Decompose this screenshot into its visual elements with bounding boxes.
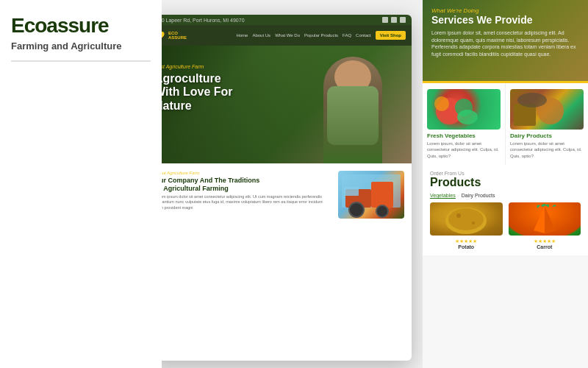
svg-point-11 bbox=[457, 110, 478, 124]
dairy-svg bbox=[510, 89, 569, 130]
tractor-shape bbox=[338, 171, 404, 219]
brand-subtitle: Farming and Agriculture bbox=[11, 40, 151, 52]
tab-vegetables[interactable]: Vegetables bbox=[430, 193, 456, 199]
svg-point-10 bbox=[434, 96, 449, 111]
hero-small-label: Best Agriculture Farm bbox=[154, 64, 272, 69]
nav-faq[interactable]: FAQ bbox=[343, 33, 351, 38]
social-icons bbox=[382, 17, 406, 23]
products-title: Products bbox=[430, 176, 581, 189]
hero-title: Agroculture With Love For Nature bbox=[154, 72, 272, 113]
veg-card-name: Fresh Vegetables bbox=[427, 132, 501, 139]
dairy-card-desc: Lorem ipsum, dolor sit amet consectetur … bbox=[510, 141, 584, 159]
product-cards-row: Fresh Vegetables Lorem ipsum, dolor sit … bbox=[423, 81, 588, 165]
tab-dairy[interactable]: Dairy Products bbox=[462, 193, 495, 199]
about-small-label: About Agriculture Farm bbox=[154, 171, 332, 175]
svg-point-18 bbox=[472, 222, 475, 224]
products-label: Order From Us bbox=[430, 171, 581, 176]
logo-text: ECO ASSURE bbox=[168, 31, 187, 40]
twitter-icon bbox=[391, 17, 397, 23]
website-mockup: 9900 Lapeer Rd, Port Hurons, MI 49070 EC… bbox=[147, 15, 412, 361]
dairy-image bbox=[510, 89, 584, 130]
svg-point-17 bbox=[456, 213, 461, 218]
svg-point-5 bbox=[349, 202, 364, 217]
vegetables-image bbox=[427, 89, 501, 130]
about-body: Lorem ipsum dolor sit amet consectetur a… bbox=[154, 194, 332, 211]
nav-about[interactable]: About Us bbox=[252, 33, 270, 38]
nav-what[interactable]: What We Do bbox=[275, 33, 300, 38]
tractor-svg bbox=[338, 171, 404, 219]
nav-links: Home About Us What We Do Popular Product… bbox=[236, 31, 406, 40]
carrot-name: Carrot bbox=[509, 244, 581, 250]
products-section: Order From Us Products Vegetables Dairy … bbox=[423, 165, 588, 255]
hero-content: Best Agriculture Farm Agroculture With L… bbox=[154, 64, 272, 113]
products-grid: ★★★★★ Potato ★★★★★ Carrot bbox=[430, 202, 581, 250]
about-title: Our Company And The Traditions Of Agricu… bbox=[154, 177, 332, 193]
carrot-image bbox=[509, 202, 581, 236]
products-tabs: Vegetables Dairy Products bbox=[430, 193, 581, 199]
product-item-carrot: ★★★★★ Carrot bbox=[509, 202, 581, 250]
about-text: About Agriculture Farm Our Company And T… bbox=[154, 171, 332, 219]
hero-section: Best Agriculture Farm Agroculture With L… bbox=[147, 46, 412, 163]
services-section: What We're Doing Services We Provide Lor… bbox=[423, 0, 588, 81]
brand-title: Ecoassure bbox=[11, 15, 151, 38]
mockup-topbar: 9900 Lapeer Rd, Port Hurons, MI 49070 bbox=[147, 15, 412, 25]
services-body: Lorem ipsum dolor sit, amet consectetur … bbox=[431, 29, 578, 58]
product-item-potato: ★★★★★ Potato bbox=[430, 202, 503, 250]
right-panel: What We're Doing Services We Provide Lor… bbox=[423, 0, 588, 368]
potato-image bbox=[430, 202, 503, 236]
product-card-dairy: Dairy Products Lorem ipsum, dolor sit am… bbox=[506, 83, 588, 165]
svg-point-6 bbox=[376, 205, 388, 217]
instagram-icon bbox=[400, 17, 406, 23]
dairy-card-name: Dairy Products bbox=[510, 132, 584, 139]
svg-rect-4 bbox=[371, 182, 393, 208]
nav-contact[interactable]: Contact bbox=[356, 33, 371, 38]
product-card-vegetables: Fresh Vegetables Lorem ipsum, dolor sit … bbox=[423, 83, 506, 165]
vegetables-svg bbox=[427, 89, 486, 130]
potato-stars: ★★★★★ bbox=[430, 238, 503, 244]
about-section: About Agriculture Farm Our Company And T… bbox=[147, 163, 412, 226]
address-text: 9900 Lapeer Rd, Port Hurons, MI 49070 bbox=[153, 18, 245, 23]
services-title: Services We Provide bbox=[431, 14, 579, 26]
veg-card-desc: Lorem ipsum, dolor sit amet consectetur … bbox=[427, 141, 501, 159]
mockup-navbar: ECO ASSURE Home About Us What We Do Popu… bbox=[147, 25, 412, 46]
about-tractor-image bbox=[338, 171, 404, 219]
nav-products[interactable]: Popular Products bbox=[304, 33, 338, 38]
facebook-icon bbox=[382, 17, 388, 23]
svg-rect-7 bbox=[344, 187, 359, 196]
potato-svg bbox=[437, 202, 495, 236]
carrot-svg bbox=[515, 202, 574, 236]
services-small-label: What We're Doing bbox=[431, 7, 579, 14]
hero-farmer-figure bbox=[323, 57, 382, 163]
carrot-stars: ★★★★★ bbox=[509, 238, 581, 244]
potato-name: Potato bbox=[430, 244, 503, 250]
visit-shop-button[interactable]: Visit Shop bbox=[376, 31, 406, 40]
svg-point-16 bbox=[448, 208, 484, 230]
nav-home[interactable]: Home bbox=[236, 33, 248, 38]
divider bbox=[11, 60, 151, 62]
svg-point-14 bbox=[517, 93, 547, 107]
left-panel: Ecoassure Farming and Agriculture bbox=[0, 0, 162, 368]
services-content: What We're Doing Services We Provide Lor… bbox=[431, 7, 579, 58]
